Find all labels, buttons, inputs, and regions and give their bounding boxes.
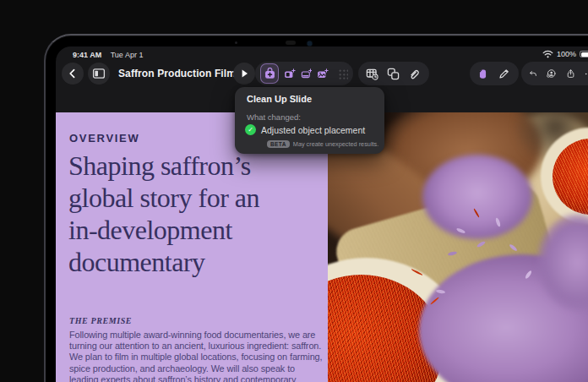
heading-line: Shaping saffron’s [68,150,322,182]
status-bar-right: 100% [542,50,588,58]
scene: 9:41 AM Tue Apr 1 100% [0,0,588,382]
more-icon[interactable] [585,68,588,80]
ipad-bezel: 9:41 AM Tue Apr 1 100% [44,34,588,382]
back-button[interactable] [62,63,84,85]
insert-toolbar-group [255,62,353,85]
object-toolbar-group [358,62,429,85]
slide-body-text: Following multiple award-winning food do… [69,330,323,382]
navigator-icon [92,67,106,80]
insert-media-icon[interactable] [317,68,329,80]
status-bar-left: 9:41 AM Tue Apr 1 [73,51,143,59]
format-brush-icon[interactable] [476,68,489,80]
change-item-label: Adjusted object placement [261,125,365,135]
insert-slide-icon[interactable] [301,68,313,80]
insert-object-icon [264,68,276,80]
draw-pen-icon[interactable] [498,68,510,80]
battery-percent: 100% [557,50,576,58]
beta-badge: BETA [267,140,290,148]
play-button[interactable] [233,63,255,85]
table-chart-icon[interactable] [366,68,378,80]
insert-object-button[interactable] [260,63,279,84]
wifi-icon [542,50,553,58]
status-time: 9:41 AM [73,51,101,59]
undo-icon[interactable] [529,68,537,80]
battery-icon [580,50,588,58]
drag-handle-icon[interactable] [338,68,348,79]
status-date: Tue Apr 1 [111,51,144,59]
change-item: ✓ Adjusted object placement [245,124,365,135]
green-check-icon: ✓ [245,124,256,135]
share-icon[interactable] [566,67,575,80]
beta-row: BETA May create unexpected results. [267,140,378,148]
popover-subtitle: What changed: [247,112,301,122]
play-icon [237,67,251,80]
actions-toolbar-group [521,62,588,85]
speaker-slot [286,41,296,45]
collaborate-icon[interactable] [547,67,556,80]
format-toolbar-group [470,62,519,85]
insert-photo-icon[interactable] [284,68,296,80]
heading-line: documentary [68,246,322,278]
document-title: Saffron Production Film [118,68,236,79]
slide-kicker: THE PREMISE [69,316,132,325]
slide-heading: Shaping saffron’s global story for an in… [68,150,322,278]
clean-up-slide-popover: Clean Up Slide What changed: ✓ Adjusted … [235,87,384,154]
ambient-sensor [235,41,237,44]
shapes-icon[interactable] [387,68,400,80]
front-camera-icon [308,41,312,46]
heading-line: global story for an [68,182,322,214]
heading-line: in-development [68,214,322,246]
popover-title: Clean Up Slide [247,94,312,104]
chevron-left-icon [66,67,79,80]
attachment-icon[interactable] [408,68,421,80]
photo-flower-pile [422,155,532,239]
slide-navigator-button[interactable] [88,63,110,85]
slide-eyebrow: OVERVIEW [69,132,139,145]
beta-note: May create unexpected results. [293,140,378,148]
ipad-screen: 9:41 AM Tue Apr 1 100% [56,46,588,382]
